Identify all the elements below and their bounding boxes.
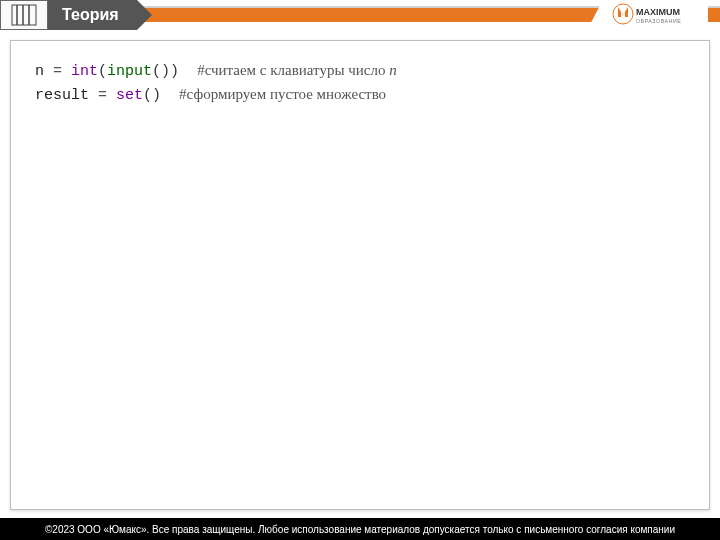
header: Теория MAXIMUM ОБРАЗОВАНИЕ xyxy=(0,0,720,36)
svg-rect-0 xyxy=(12,5,36,25)
brand-logo: MAXIMUM ОБРАЗОВАНИЕ xyxy=(586,0,708,32)
page-title: Теория xyxy=(48,0,137,30)
copyright-text: ©2023 ООО «Юмакс». Все права защищены. Л… xyxy=(45,524,675,535)
code-line: result = set() #сформируем пустое множес… xyxy=(35,83,685,107)
page-title-text: Теория xyxy=(62,6,119,24)
title-tab: Теория xyxy=(0,0,137,30)
footer-bar: ©2023 ООО «Юмакс». Все права защищены. Л… xyxy=(0,518,720,540)
code-block: n = int(input()) #считаем с клавиатуры ч… xyxy=(35,59,685,108)
svg-point-4 xyxy=(613,4,633,24)
content-panel: n = int(input()) #считаем с клавиатуры ч… xyxy=(10,40,710,510)
logo-secondary-text: ОБРАЗОВАНИЕ xyxy=(636,18,681,24)
book-icon xyxy=(0,0,48,30)
logo-primary-text: MAXIMUM xyxy=(636,7,680,17)
code-line: n = int(input()) #считаем с клавиатуры ч… xyxy=(35,59,685,83)
